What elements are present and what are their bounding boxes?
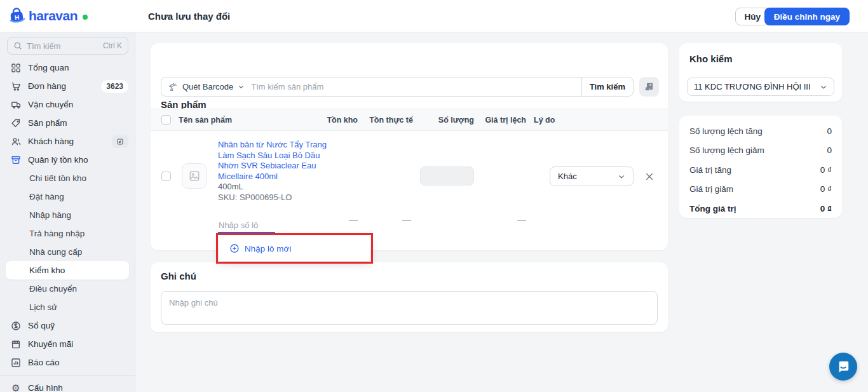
notes-title: Ghi chú <box>161 271 196 281</box>
sidebar-item-don-hang[interactable]: Đơn hàng 3623 <box>0 77 135 95</box>
truck-icon <box>10 100 22 110</box>
chevron-down-icon <box>820 83 827 91</box>
chat-launcher-button[interactable] <box>829 353 857 381</box>
value-diff: — <box>475 214 526 224</box>
remove-row-icon[interactable] <box>644 172 654 182</box>
cart-icon <box>10 81 22 91</box>
sidebar-subitem-lich-su[interactable]: Lịch sử <box>0 298 135 316</box>
sidebar-item-quan-ly-ton-kho[interactable]: Quản lý tồn kho <box>0 151 135 169</box>
stat-label: Tổng giá trị <box>689 204 736 213</box>
reason-select[interactable]: Khác <box>550 166 634 186</box>
sidebar-item-cau-hinh[interactable]: ⚙ Cấu hình <box>0 379 135 392</box>
inventory-box-icon <box>10 155 22 165</box>
sidebar-subitem-chi-tiet-ton-kho[interactable]: Chi tiết tồn kho <box>0 169 135 187</box>
sidebar-item-bao-cao[interactable]: Báo cáo <box>0 353 135 372</box>
sidebar-nav: Tổng quan Đơn hàng 3623 Vận chuyển <box>0 58 135 392</box>
product-search-bar: Quét Barcode Tìm kiếm <box>161 77 634 97</box>
sidebar-item-label: Khuyến mãi <box>28 339 73 349</box>
haravan-logo[interactable]: H haravan <box>9 8 88 24</box>
promotion-icon <box>10 339 22 349</box>
orders-count-badge: 3623 <box>101 80 128 93</box>
warehouse-card: Kho kiểm 11 KDC TRƯƠNG ĐÌNH HỘI III <box>679 43 842 102</box>
unsaved-changes-status: Chưa lưu thay đổi <box>148 11 230 22</box>
sidebar-item-khach-hang[interactable]: Khách hàng <box>0 132 135 151</box>
chat-bubble-icon <box>836 360 850 374</box>
stat-label: Số lượng lệch tăng <box>689 126 763 136</box>
lot-number-input[interactable] <box>218 219 275 233</box>
row-checkbox[interactable] <box>161 172 171 181</box>
quantity-input[interactable] <box>420 166 474 186</box>
stat-label: Số lượng lệch giảm <box>689 145 764 155</box>
plus-circle-icon <box>229 243 240 253</box>
users-icon <box>10 137 22 147</box>
sidebar-divider <box>0 375 135 375</box>
stat-value: 0 <box>827 145 832 155</box>
stat-row: Số lượng lệch tăng 0 <box>689 121 832 141</box>
stat-value: 0 ₫ <box>820 204 832 213</box>
summary-card: Số lượng lệch tăng 0 Số lượng lệch giảm … <box>679 116 842 218</box>
product-name-link[interactable]: Nhân bản từ Nước Tẩy Trang Làm Sạch Sâu … <box>218 140 334 182</box>
search-mode-select[interactable]: Quét Barcode <box>161 82 251 92</box>
popout-icon[interactable] <box>112 135 128 148</box>
product-sku: SKU: SP000695-LO <box>218 193 334 203</box>
stat-value: 0 <box>827 126 832 136</box>
notes-textarea[interactable] <box>161 291 658 325</box>
search-submit-button[interactable]: Tìm kiếm <box>581 78 633 96</box>
col-ly-do: Lý do <box>534 116 555 125</box>
svg-text:H: H <box>14 14 19 22</box>
product-search-input[interactable] <box>251 82 581 91</box>
sidebar-item-so-quy[interactable]: Sổ quỹ <box>0 316 135 335</box>
add-new-lot-option[interactable]: Nhập lô mới <box>219 236 370 261</box>
cash-circle-icon <box>10 321 22 331</box>
warehouse-value: 11 KDC TRƯƠNG ĐÌNH HỘI III <box>694 82 811 91</box>
gear-icon: ⚙ <box>10 383 22 392</box>
actual-stock-value: — <box>360 214 411 224</box>
sidebar: Tìm kiếm Ctrl K Tổng quan Đơn hàng 3623 <box>0 32 135 392</box>
search-shortcut: Ctrl K <box>103 41 122 50</box>
sidebar-item-san-pham[interactable]: Sản phẩm <box>0 114 135 132</box>
product-variant: 400mL <box>218 182 334 193</box>
sidebar-item-label: Vận chuyển <box>28 100 73 109</box>
sidebar-subitem-dieu-chuyen[interactable]: Điều chuyển <box>0 280 135 298</box>
select-all-checkbox[interactable] <box>161 115 171 125</box>
chevron-down-icon <box>618 173 625 180</box>
bulk-add-products-button[interactable] <box>639 77 659 97</box>
chevron-down-icon <box>238 83 245 90</box>
stat-value: 0 ₫ <box>820 184 832 194</box>
dashboard-grid-icon <box>10 63 22 73</box>
sidebar-subitem-kiem-kho-active[interactable]: Kiểm kho <box>6 261 129 280</box>
stat-row: Giá trị tăng 0 ₫ <box>689 160 832 180</box>
stat-label: Giá trị tăng <box>689 165 731 175</box>
add-new-lot-label: Nhập lô mới <box>245 244 291 253</box>
sidebar-search-input[interactable]: Tìm kiếm Ctrl K <box>7 37 128 55</box>
stat-row-total: Tổng giá trị 0 ₫ <box>689 199 832 219</box>
sidebar-item-label: Đơn hàng <box>28 81 66 91</box>
sidebar-item-label: Sổ quỹ <box>28 321 55 330</box>
sidebar-subitem-nhap-hang[interactable]: Nhập hàng <box>0 206 135 224</box>
col-ton-kho: Tồn kho <box>307 116 358 125</box>
table-header: Tên sản phẩm Tồn kho Tồn thực tế Số lượn… <box>151 109 668 131</box>
warehouse-select[interactable]: 11 KDC TRƯƠNG ĐÌNH HỘI III <box>687 78 834 96</box>
sidebar-subitem-tra-hang-nhap[interactable]: Trả hàng nhập <box>0 224 135 243</box>
online-status-dot <box>83 15 88 20</box>
sidebar-subitem-nha-cung-cap[interactable]: Nhà cung cấp <box>0 243 135 261</box>
sidebar-subitem-dat-hang[interactable]: Đặt hàng <box>0 187 135 206</box>
sidebar-item-label: Sản phẩm <box>28 118 67 128</box>
sidebar-item-tong-quan[interactable]: Tổng quan <box>0 58 135 77</box>
stat-row: Số lượng lệch giảm 0 <box>689 141 832 161</box>
tag-icon <box>10 118 22 128</box>
barcode-scanner-icon <box>168 82 178 92</box>
sidebar-item-van-chuyen[interactable]: Vận chuyển <box>0 95 135 114</box>
product-card: Sản phẩm Quét Barcode Tìm kiếm Tên sản p… <box>151 43 668 250</box>
adjust-now-button[interactable]: Điều chỉnh ngay <box>764 8 850 25</box>
search-mode-label: Quét Barcode <box>182 82 233 91</box>
report-chart-icon <box>10 358 22 368</box>
logo-text: haravan <box>29 8 78 24</box>
col-so-luong: Số lượng <box>423 116 474 125</box>
sidebar-item-khuyen-mai[interactable]: Khuyến mãi <box>0 335 135 353</box>
product-image-placeholder <box>182 163 207 189</box>
stat-label: Giá trị giảm <box>689 184 733 194</box>
product-name-block: Nhân bản từ Nước Tẩy Trang Làm Sạch Sâu … <box>218 140 334 203</box>
sidebar-search-placeholder: Tìm kiếm <box>27 41 60 51</box>
col-ton-thuc-te: Tồn thực tế <box>362 116 413 125</box>
